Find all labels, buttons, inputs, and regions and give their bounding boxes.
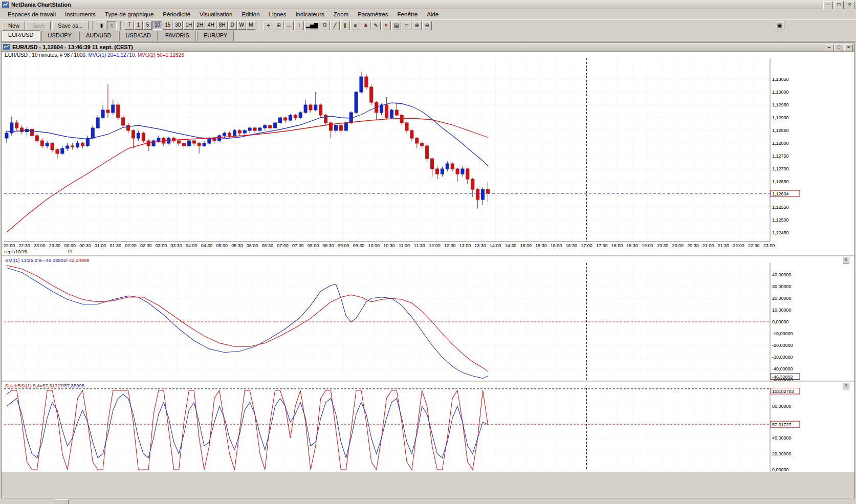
chart-legend: EUR/USD , 10 minutes, # 98 / 1000, MVG(1… (5, 52, 184, 59)
save-as-button[interactable]: Save as... (52, 21, 89, 30)
svg-text:-30,00000: -30,00000 (772, 355, 793, 360)
tab-usd-cad[interactable]: USD/CAD (119, 31, 158, 41)
svg-text:23:30: 23:30 (49, 243, 61, 248)
candlestick-chart-icon[interactable]: ▮ (97, 21, 106, 30)
tab-eur-usd[interactable]: EUR/USD (2, 30, 40, 41)
svg-text:08:30: 08:30 (322, 243, 334, 248)
svg-text:11:00: 11:00 (399, 243, 410, 248)
chart-window-title-bar[interactable]: EUR/USD - 1,12604 - 13:46:39 11 sept. (C… (2, 43, 854, 52)
menu-periodicite[interactable]: Périodicité (158, 10, 195, 18)
alarm-bell-icon[interactable]: Ω (320, 21, 330, 30)
svg-text:40,00000: 40,00000 (772, 435, 792, 441)
maximize-button[interactable]: □ (834, 1, 844, 9)
channel-icon[interactable]: ∥ (340, 21, 350, 30)
tab-usd-jpy[interactable]: USD/JPY (41, 31, 78, 41)
volume-icon[interactable]: ▂▅▇ (304, 21, 319, 30)
svg-text:-46,32802: -46,32802 (772, 375, 793, 380)
menu-bar: Espaces de travail Instruments Type de g… (0, 10, 856, 19)
chart-close-button[interactable]: × (844, 44, 853, 51)
delete-drawing-icon[interactable]: × (381, 21, 391, 30)
crosshair-icon[interactable]: + (264, 21, 273, 30)
period-button-m[interactable]: M (247, 21, 255, 30)
fibonacci-icon[interactable]: ≡ (350, 21, 360, 30)
period-button-1[interactable]: 1 (134, 21, 143, 30)
menu-fenetre[interactable]: Fenêtre (393, 10, 423, 18)
tab-aud-usd[interactable]: AUD/USD (79, 31, 118, 41)
new-button[interactable]: New (3, 21, 25, 30)
svg-text:1,12700: 1,12700 (772, 166, 789, 171)
svg-text:19:00: 19:00 (642, 243, 653, 248)
tool-icon-group: +⊞↔i▂▅▇Ω╱∥≡⋔✎×▤□⊕⊖ (264, 21, 432, 30)
chart-maximize-button[interactable]: □ (835, 44, 843, 51)
menu-parametres[interactable]: Paramètres (353, 10, 392, 18)
page-preview-icon[interactable]: □ (402, 21, 411, 30)
period-button-10[interactable]: 10 (152, 21, 162, 30)
tab-eur-jpy[interactable]: EUR/JPY (197, 31, 234, 41)
main-chart-plot[interactable]: 22:0022:3023:0023:3000:0000:3001:0001:30… (2, 58, 854, 255)
period-button-15[interactable]: 15 (163, 21, 172, 30)
svg-text:09:00: 09:00 (338, 243, 349, 248)
svg-text:01:30: 01:30 (110, 243, 122, 248)
legend-mvg1: MVG(1) 20=1,12710, (88, 52, 137, 58)
svg-text:23:00: 23:00 (34, 243, 46, 248)
horizontal-scrollbar[interactable] (0, 499, 856, 504)
legend-instrument: EUR/USD , 10 minutes, # 98 / 1000, (5, 52, 88, 58)
period-button-5[interactable]: 5 (143, 21, 152, 30)
menu-zoom[interactable]: Zoom (329, 10, 353, 18)
period-button-w[interactable]: W (237, 21, 246, 30)
svg-text:16:30: 16:30 (566, 243, 578, 248)
svg-text:13:00: 13:00 (459, 243, 471, 248)
tab-bar: EUR/USDUSD/JPYAUD/USDUSD/CADFAVORISEUR/J… (0, 31, 856, 41)
chart-window-icon (3, 44, 10, 50)
period-button-4h[interactable]: 4H (206, 21, 216, 30)
menu-aide[interactable]: Aide (422, 10, 443, 18)
trendline-icon[interactable]: ╱ (330, 21, 340, 30)
menu-lignes[interactable]: Lignes (265, 10, 291, 18)
stochrsi-panel-plot[interactable]: 102,0270380,0000057,3172740,0000020,0000… (2, 388, 854, 472)
scrollbar-thumb[interactable] (54, 499, 69, 504)
menu-espaces-de-travail[interactable]: Espaces de travail (3, 10, 60, 18)
chart-type-icon-group: ▮≈ (97, 21, 117, 30)
info-icon[interactable]: i (294, 21, 304, 30)
print-icon[interactable]: ▤ (391, 21, 401, 30)
period-button-1h[interactable]: 1H (183, 21, 194, 30)
period-button-8h[interactable]: 8H (217, 21, 228, 30)
period-button-30[interactable]: 30 (173, 21, 183, 30)
svg-text:1,12450: 1,12450 (772, 230, 789, 235)
tab-favoris[interactable]: FAVORIS (159, 31, 196, 41)
zoom-out-icon[interactable]: ⊖ (422, 21, 432, 30)
svg-text:04:30: 04:30 (201, 243, 213, 248)
menu-edition[interactable]: Edition (237, 10, 264, 18)
menu-instruments[interactable]: Instruments (60, 10, 100, 18)
pitchfork-icon[interactable]: ⋔ (361, 21, 370, 30)
svg-text:12:00: 12:00 (429, 243, 441, 248)
period-button-d[interactable]: D (228, 21, 237, 30)
smi-panel-plot[interactable]: 40,0000030,0000020,0000010,000000,00000-… (2, 263, 854, 381)
expand-horizontal-icon[interactable]: ↔ (284, 21, 294, 30)
menu-indicateurs[interactable]: Indicateurs (291, 10, 328, 18)
svg-text:17:00: 17:00 (581, 243, 592, 248)
svg-text:1,12550: 1,12550 (772, 205, 789, 210)
close-button[interactable]: × (845, 1, 854, 9)
svg-text:1,12900: 1,12900 (772, 115, 789, 120)
svg-text:1,12800: 1,12800 (772, 141, 789, 146)
minimize-button[interactable]: – (823, 1, 833, 9)
svg-text:1,12950: 1,12950 (772, 102, 789, 107)
chart-minimize-button[interactable]: – (825, 44, 833, 51)
line-chart-icon[interactable]: ≈ (107, 21, 117, 30)
pencil-icon[interactable]: ✎ (371, 21, 381, 30)
period-button-t[interactable]: T (125, 21, 134, 30)
zoom-in-icon[interactable]: ⊕ (412, 21, 422, 30)
panel-layout-icon[interactable]: ▣ (775, 21, 784, 30)
grid-icon[interactable]: ⊞ (274, 21, 283, 30)
period-button-group: T151015301H2H4H8HDWM (125, 21, 255, 30)
menu-visualisation[interactable]: Visualisation (195, 10, 237, 18)
svg-text:01:00: 01:00 (95, 243, 106, 248)
svg-text:18:00: 18:00 (611, 243, 623, 248)
svg-text:22:00: 22:00 (4, 243, 15, 248)
svg-text:20:30: 20:30 (687, 243, 699, 248)
period-button-2h[interactable]: 2H (194, 21, 205, 30)
svg-text:05:00: 05:00 (216, 243, 228, 248)
save-button[interactable]: Save (27, 21, 51, 30)
menu-type-de-graphique[interactable]: Type de graphique (100, 10, 158, 18)
